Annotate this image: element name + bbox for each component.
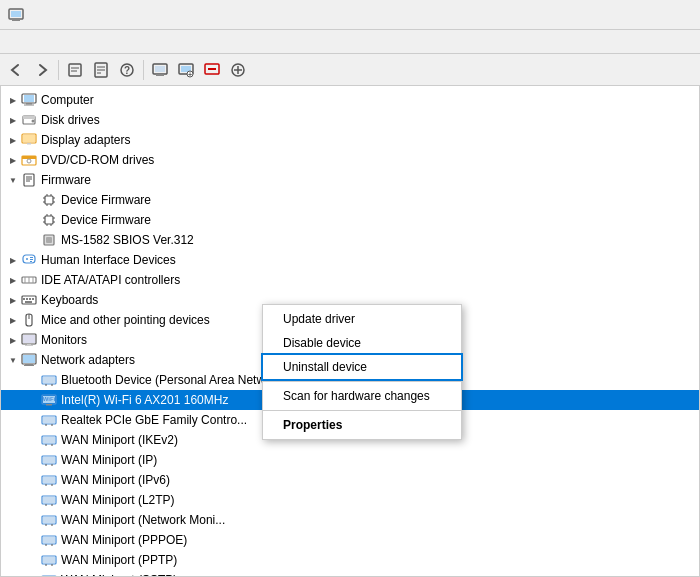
- tree-item-hid[interactable]: ▶Human Interface Devices: [1, 250, 699, 270]
- tree-item-wan-ip[interactable]: WAN Miniport (IP): [1, 450, 699, 470]
- svg-text:WiFi: WiFi: [43, 396, 56, 402]
- help-button[interactable]: ?: [115, 58, 139, 82]
- tree-item-wan-ipv6[interactable]: WAN Miniport (IPv6): [1, 470, 699, 490]
- expander-disk[interactable]: ▶: [5, 116, 21, 125]
- svg-rect-110: [43, 497, 55, 503]
- tree-item-wan-pptp[interactable]: WAN Miniport (PPTP): [1, 550, 699, 570]
- label-firmware2: Device Firmware: [61, 213, 151, 227]
- svg-rect-27: [24, 105, 34, 106]
- toolbar: ? +: [0, 54, 700, 86]
- label-wan-ikev2: WAN Miniport (IKEv2): [61, 433, 178, 447]
- menu-help[interactable]: [52, 40, 68, 44]
- label-hid: Human Interface Devices: [41, 253, 176, 267]
- tree-item-wan-sstp[interactable]: WAN Miniport (SSTP): [1, 570, 699, 577]
- properties-button[interactable]: [63, 58, 87, 82]
- menu-file[interactable]: [4, 40, 20, 44]
- svg-rect-94: [43, 417, 55, 423]
- uninstall-button[interactable]: [200, 58, 224, 82]
- tree-item-firmware[interactable]: ▼Firmware: [1, 170, 699, 190]
- expander-hid[interactable]: ▶: [5, 256, 21, 265]
- update-driver-button[interactable]: [89, 58, 113, 82]
- svg-rect-78: [23, 335, 35, 343]
- scan-changes-button[interactable]: +: [174, 58, 198, 82]
- expander-display[interactable]: ▶: [5, 136, 21, 145]
- icon-bluetooth: [41, 372, 57, 388]
- tree-item-disk[interactable]: ▶Disk drives: [1, 110, 699, 130]
- context-menu-item-update[interactable]: Update driver: [263, 307, 461, 331]
- svg-point-62: [26, 258, 28, 260]
- tree-item-ide[interactable]: ▶IDE ATA/ATAPI controllers: [1, 270, 699, 290]
- back-button[interactable]: [4, 58, 28, 82]
- tree-item-dvd[interactable]: ▶DVD/CD-ROM drives: [1, 150, 699, 170]
- tree-item-computer[interactable]: ▶Computer: [1, 90, 699, 110]
- icon-ide: [21, 272, 37, 288]
- context-menu-separator: [263, 410, 461, 411]
- svg-rect-32: [23, 135, 35, 142]
- context-menu-item-disable[interactable]: Disable device: [263, 331, 461, 355]
- show-hidden-button[interactable]: [148, 58, 172, 82]
- icon-keyboards: [21, 292, 37, 308]
- menu-action[interactable]: [20, 40, 36, 44]
- svg-text:+: +: [188, 71, 192, 78]
- svg-rect-3: [69, 64, 81, 76]
- expander-firmware[interactable]: ▼: [5, 176, 21, 185]
- label-firmware: Firmware: [41, 173, 91, 187]
- context-menu-item-properties[interactable]: Properties: [263, 413, 461, 437]
- icon-wan-l2tp: [41, 492, 57, 508]
- svg-rect-92: [46, 404, 52, 406]
- tree-item-firmware1[interactable]: Device Firmware: [1, 190, 699, 210]
- label-monitors: Monitors: [41, 333, 87, 347]
- tree-item-wan-network-moni[interactable]: WAN Miniport (Network Moni...: [1, 510, 699, 530]
- expander-monitors[interactable]: ▶: [5, 336, 21, 345]
- context-menu-item-scan[interactable]: Scan for hardware changes: [263, 384, 461, 408]
- title-bar: [0, 0, 700, 30]
- expander-mice[interactable]: ▶: [5, 316, 21, 325]
- icon-disk: [21, 112, 37, 128]
- tree-item-wan-pppoe[interactable]: WAN Miniport (PPPOE): [1, 530, 699, 550]
- icon-wifi: WiFi: [41, 392, 57, 408]
- svg-rect-61: [23, 255, 35, 263]
- icon-firmware1: [41, 192, 57, 208]
- menu-bar: [0, 30, 700, 54]
- tree-item-wan-l2tp[interactable]: WAN Miniport (L2TP): [1, 490, 699, 510]
- context-menu-item-uninstall[interactable]: Uninstall device: [263, 355, 461, 379]
- icon-wan-pppoe: [41, 532, 57, 548]
- label-mice: Mice and other pointing devices: [41, 313, 210, 327]
- svg-rect-106: [43, 477, 55, 483]
- label-computer: Computer: [41, 93, 94, 107]
- expander-keyboards[interactable]: ▶: [5, 296, 21, 305]
- tree-item-firmware3[interactable]: MS-1582 SBIOS Ver.312: [1, 230, 699, 250]
- svg-point-30: [32, 120, 35, 123]
- icon-firmware: [21, 172, 37, 188]
- tree-item-firmware2[interactable]: Device Firmware: [1, 210, 699, 230]
- svg-rect-60: [46, 237, 52, 243]
- toolbar-sep-1: [58, 60, 59, 80]
- tree-item-display[interactable]: ▶Display adapters: [1, 130, 699, 150]
- svg-rect-13: [155, 66, 165, 72]
- context-menu: Update driverDisable deviceUninstall dev…: [262, 304, 462, 440]
- icon-wan-ipv6: [41, 472, 57, 488]
- icon-realtek: [41, 412, 57, 428]
- svg-rect-86: [43, 377, 55, 383]
- expander-network[interactable]: ▼: [5, 356, 21, 365]
- expander-dvd[interactable]: ▶: [5, 156, 21, 165]
- icon-computer: [21, 92, 37, 108]
- svg-rect-25: [24, 95, 34, 102]
- label-firmware1: Device Firmware: [61, 193, 151, 207]
- label-bluetooth: Bluetooth Device (Personal Area Network): [61, 373, 286, 387]
- icon-hid: [21, 252, 37, 268]
- forward-button[interactable]: [30, 58, 54, 82]
- svg-rect-63: [30, 257, 33, 258]
- svg-rect-14: [156, 74, 164, 76]
- icon-dvd: [21, 152, 37, 168]
- icon-network: [21, 352, 37, 368]
- svg-rect-37: [24, 174, 34, 186]
- label-keyboards: Keyboards: [41, 293, 98, 307]
- add-device-button[interactable]: [226, 58, 250, 82]
- expander-ide[interactable]: ▶: [5, 276, 21, 285]
- icon-monitors: [21, 332, 37, 348]
- label-wan-sstp: WAN Miniport (SSTP): [61, 573, 177, 577]
- menu-view[interactable]: [36, 40, 52, 44]
- label-wan-l2tp: WAN Miniport (L2TP): [61, 493, 175, 507]
- expander-computer[interactable]: ▶: [5, 96, 21, 105]
